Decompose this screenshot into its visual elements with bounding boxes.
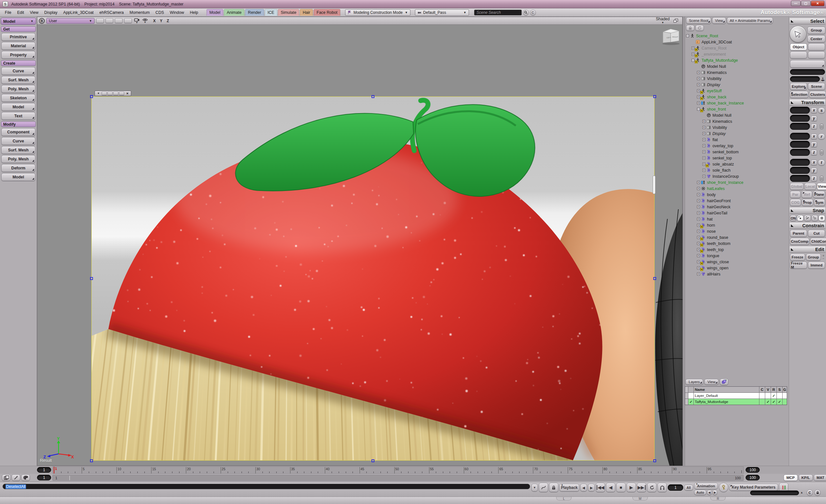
expand-toggle-icon[interactable]: + [703,163,705,166]
t-y-field[interactable] [790,167,810,174]
parent-constrain-button[interactable]: Parent [790,230,807,237]
layer-toggle-r[interactable]: ✓ [771,399,777,405]
timeline-start-field[interactable]: 1 [37,467,51,473]
region-memo-button-2[interactable] [107,91,113,95]
s-x-field[interactable] [790,107,810,114]
global-mode-button[interactable]: Global [790,183,804,190]
fcurve-icon[interactable] [539,483,548,492]
toolbar-button-create-curve[interactable]: Curve [1,67,36,75]
expand-toggle-icon[interactable]: + [703,126,705,129]
region-handle[interactable] [90,95,93,98]
auto-key-button[interactable]: Auto [694,490,706,495]
s-y-axis-button[interactable]: y [811,116,817,121]
snap-on-button[interactable]: ON [790,215,796,221]
marked-parameter-field[interactable] [750,491,799,495]
loop-end-field[interactable]: 100 [746,475,760,481]
region-close-icon[interactable]: ✕ [125,91,130,95]
playback-button[interactable]: ▲Playback [559,484,579,492]
tree-item-sole-flach[interactable]: +sole_flach [686,167,788,173]
explorer-lock-icon[interactable] [686,25,695,31]
region-handle[interactable] [371,95,374,98]
cut-constrain-button[interactable]: Cut [808,230,825,237]
ref-mode-button[interactable]: Ref [802,191,812,198]
scene-button[interactable]: Scene [808,83,825,90]
view-mode-button[interactable]: View [817,183,826,190]
toolbar-button-create-text[interactable]: Text [1,112,36,120]
selection-text-field-2[interactable] [790,76,820,82]
explore-button[interactable]: Explore [790,83,807,90]
tree-item-teeth-bottom[interactable]: +Hteeth_bottom [686,240,788,247]
viewport-resize-icon[interactable] [673,18,679,23]
layer-toggle-s[interactable]: ✓ [777,399,782,405]
tree-item-nose[interactable]: +nose [686,228,788,234]
animation-menu-button[interactable]: ▲Animation [694,483,718,489]
r-x-axis-button[interactable]: x [811,134,817,139]
audio-mute-button[interactable] [657,483,667,492]
command-line-input[interactable]: DeselectAll [3,484,530,489]
prev-frame-button[interactable]: ◀ [580,484,587,492]
select-blank-button-2[interactable] [790,51,807,59]
center-select-button[interactable]: Center [807,36,825,43]
menu-file[interactable]: File [2,9,14,16]
lock-icon-button[interactable] [814,490,821,496]
expand-toggle-icon[interactable]: + [697,248,700,251]
toolbar-button-create-surf-mesh[interactable]: Surf. Mesh [1,76,36,84]
group-select-button[interactable]: Group [807,27,825,34]
tab-mat[interactable]: MAT [814,475,826,481]
tree-item-overlay-top[interactable]: +overlay_top [686,143,788,149]
playhead[interactable] [54,467,54,474]
prop-button[interactable]: Prop [802,199,813,206]
viewport-memo-button-3[interactable] [115,18,123,23]
module-model[interactable]: Model [206,9,223,16]
t-z-axis-button[interactable]: z [811,176,817,181]
collapse-toggle-icon[interactable]: − [697,108,700,111]
search-icon[interactable] [523,10,529,15]
pick-wand-icon[interactable] [12,475,20,481]
menu-edit[interactable]: Edit [14,9,27,16]
axis-lock-buttons[interactable]: X Y Z [153,19,171,23]
group-edit-button[interactable]: Group [806,254,821,261]
s-tool-button[interactable]: s [818,107,825,114]
render-region[interactable] [91,97,655,461]
close-button[interactable]: ✕ [811,1,824,6]
loop-start-field[interactable]: 1 [37,475,51,481]
display-mode-dropdown[interactable]: Shaded▼ [656,17,670,24]
tree-item-hatleafes[interactable]: +hatLeafes [686,185,788,192]
s-y-field[interactable] [790,115,810,122]
explorer-view-dropdown[interactable]: View [712,17,726,24]
cnscomp-button[interactable]: CnsComp [790,238,809,245]
expand-toggle-icon[interactable]: + [703,156,705,160]
expand-toggle-icon[interactable]: + [697,187,700,190]
tree-item-taffyta-muttonfudge[interactable]: −HTaffyta_Muttonfudge [686,57,788,63]
expand-toggle-icon[interactable]: + [697,272,700,275]
tree-item-flat[interactable]: +flat [686,137,788,143]
play-forward-button[interactable]: ▶ [627,483,636,492]
key-icon-button[interactable] [719,483,728,492]
play-backward-button[interactable]: ◀ [606,483,615,492]
menu-display[interactable]: Display [42,9,60,16]
group-plus-minus[interactable]: +− [822,254,825,261]
camera-view-dropdown[interactable]: User▼ [46,18,95,24]
module-simulate[interactable]: Simulate [278,9,299,16]
layer-stack-icon[interactable] [2,475,11,481]
selection-button[interactable]: Selection [790,91,808,98]
curve-snap-icon[interactable] [804,215,811,221]
tree-item-visibility[interactable]: +Visibility [686,124,788,130]
layer-row-layer-default[interactable]: Layer_Default✓ [685,392,787,398]
layer-toggle-v[interactable]: ✓ [765,399,771,405]
region-handle[interactable] [90,459,93,462]
module-ice[interactable]: ICE [265,9,277,16]
cycle-button[interactable]: C [807,490,813,496]
view-cube[interactable]: LEFT RIGHT [661,27,682,45]
expand-toggle-icon[interactable]: + [697,89,700,92]
slider-icon[interactable] [820,124,823,129]
tree-item-display[interactable]: +Display [686,130,788,137]
selection-text-field-1[interactable] [790,69,825,75]
t-x-axis-button[interactable]: x [811,160,817,165]
toolbar-button-modify-curve[interactable]: Curve [1,137,36,145]
region-handle[interactable] [90,277,93,280]
tree-item-hairgeoneck[interactable]: +hairGeoNeck [686,204,788,210]
s-x-axis-button[interactable]: x [811,108,817,113]
tree-item-display[interactable]: +Display [686,82,788,88]
tree-item-hat[interactable]: +hat [686,216,788,222]
